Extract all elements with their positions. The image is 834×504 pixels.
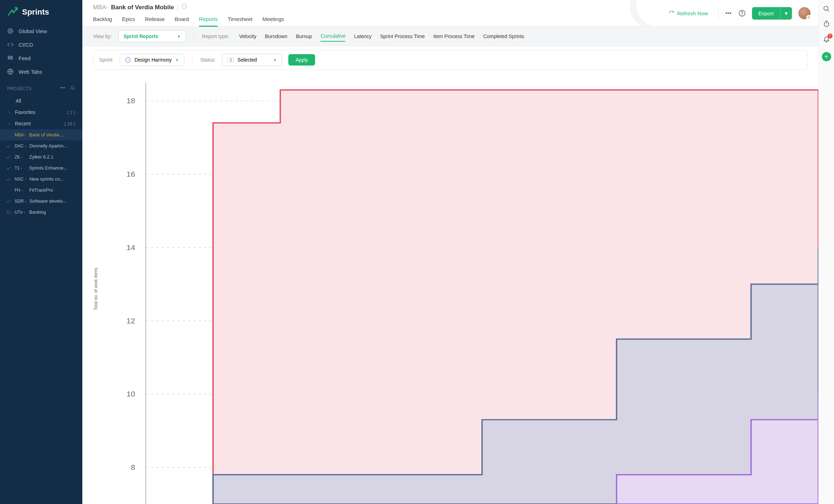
export-caret-icon[interactable]: ▾ <box>780 7 792 20</box>
svg-text:12: 12 <box>127 317 135 325</box>
svg-text:10: 10 <box>127 390 135 398</box>
filter-recent[interactable]: Recent ( 18 ) <box>0 118 82 129</box>
viewby-select[interactable]: Sprint Reports▼ <box>118 30 186 42</box>
app-logo[interactable]: Sprints <box>0 0 82 24</box>
target-icon <box>7 28 14 34</box>
projects-header: PROJECTS ••• <box>0 78 82 95</box>
filter-favorites[interactable]: Favorites ( 2 ) <box>0 106 82 118</box>
project-type-icon <box>6 177 11 182</box>
more-icon[interactable]: ••• <box>725 10 732 17</box>
code-icon <box>7 41 14 48</box>
rail-add-button[interactable]: + <box>822 52 831 61</box>
project-item[interactable]: T1 -Sprints Enhance... <box>0 162 82 173</box>
svg-rect-7 <box>7 211 11 213</box>
tab-reports[interactable]: Reports <box>199 14 218 26</box>
project-type-icon <box>6 133 11 137</box>
nav-ci-cd[interactable]: CI/CD <box>0 38 82 51</box>
tab-release[interactable]: Release <box>145 14 165 26</box>
report-type-velocity[interactable]: Velocity <box>239 31 256 41</box>
info-icon[interactable] <box>181 4 187 11</box>
globe-icon <box>7 68 14 75</box>
tab-backlog[interactable]: Backlog <box>93 14 112 26</box>
rail-search-icon[interactable] <box>823 5 830 13</box>
main-tabs: BacklogEpicsReleaseBoardReportsTimesheet… <box>93 14 640 26</box>
sprint-select[interactable]: Design Harmony ▼ <box>120 54 184 66</box>
report-type-burndown[interactable]: Burndown <box>265 31 287 41</box>
project-type-icon <box>6 166 11 171</box>
svg-text:14: 14 <box>127 243 135 251</box>
project-item[interactable]: SDR -Software develo... <box>0 196 82 207</box>
report-type-latency[interactable]: Latency <box>354 31 371 41</box>
tab-epics[interactable]: Epics <box>122 14 135 26</box>
chevron-right-icon <box>7 110 11 114</box>
svg-line-6 <box>73 89 75 90</box>
filter-all[interactable]: All <box>0 95 82 106</box>
project-type-icon <box>6 144 11 149</box>
svg-line-28 <box>827 10 829 12</box>
report-type-completed-sprints[interactable]: Completed Sprints <box>483 31 524 41</box>
rail-timer-icon[interactable] <box>823 20 830 28</box>
svg-text:18: 18 <box>127 97 135 105</box>
project-item[interactable]: FH -FitTrackPro <box>0 185 82 196</box>
avatar[interactable]: ⚙ <box>798 7 810 19</box>
project-type-icon <box>6 155 11 160</box>
project-item[interactable]: MBA-Bank of Verdia ... <box>0 129 82 140</box>
sprints-logo-icon <box>7 6 19 18</box>
feed-icon <box>7 55 14 61</box>
cumulative-chart: Total no. of work items 81012141618 <box>93 73 818 504</box>
tab-meetings[interactable]: Meetings <box>262 14 284 26</box>
svg-rect-3 <box>8 58 12 59</box>
help-icon[interactable] <box>738 10 746 17</box>
project-item[interactable]: DAC -Donnelly Apartm... <box>0 140 82 151</box>
main-content: MBA- Bank of Verdia Mobile | BacklogEpic… <box>82 0 818 504</box>
svg-point-0 <box>8 28 13 33</box>
breadcrumb: MBA- Bank of Verdia Mobile | <box>93 4 640 11</box>
svg-rect-2 <box>8 56 12 57</box>
svg-point-13 <box>742 15 742 15</box>
sprint-icon <box>125 57 131 63</box>
project-item[interactable]: Z6 -Zylker 6.2.1 <box>0 151 82 162</box>
topbar: MBA- Bank of Verdia Mobile | BacklogEpic… <box>82 0 818 27</box>
y-axis-label: Total no. of work items <box>93 268 98 310</box>
export-button[interactable]: Export ▾ <box>752 7 792 20</box>
refresh-button[interactable]: Refresh Now <box>665 10 712 16</box>
svg-text:16: 16 <box>127 170 135 178</box>
svg-point-5 <box>71 86 74 89</box>
status-select[interactable]: 3 Selected ▼ <box>222 54 282 66</box>
project-type-icon <box>6 210 11 215</box>
svg-point-27 <box>824 6 828 11</box>
nav-feed[interactable]: Feed <box>0 51 82 65</box>
svg-point-29 <box>824 22 829 26</box>
settings-gear-icon[interactable]: ⚙ <box>806 15 811 20</box>
viewby-bar: View by: Sprint Reports▼ Report type: Ve… <box>82 27 818 46</box>
rail-notifications-icon[interactable]: 7 <box>823 35 830 43</box>
project-type-icon <box>6 188 11 193</box>
app-name: Sprints <box>22 7 49 17</box>
chevron-down-icon <box>7 121 11 126</box>
filter-bar: Sprint: Design Harmony ▼ Status: 3 Selec… <box>93 50 808 70</box>
report-type-cumulative[interactable]: Cumulative <box>320 31 345 42</box>
nav-web-tabs[interactable]: Web Tabs <box>0 65 82 78</box>
right-rail: 7 + <box>818 0 834 504</box>
notif-badge: 7 <box>828 33 833 38</box>
report-type-sprint-process-time[interactable]: Sprint Process Time <box>380 31 424 41</box>
svg-text:8: 8 <box>131 463 135 472</box>
tab-timesheet[interactable]: Timesheet <box>228 14 252 26</box>
project-item[interactable]: UTv -Banking <box>0 207 82 218</box>
sidebar: Sprints Global ViewCI/CDFeedWeb Tabs PRO… <box>0 0 82 504</box>
project-type-icon <box>6 199 11 204</box>
tab-board[interactable]: Board <box>175 14 189 26</box>
projects-more-icon[interactable]: ••• <box>60 85 65 92</box>
apply-button[interactable]: Apply <box>288 54 315 66</box>
report-type-burnup[interactable]: Burnup <box>296 31 312 41</box>
report-type-item-process-time[interactable]: Item Process Time <box>433 31 475 41</box>
svg-point-1 <box>9 30 11 32</box>
nav-global-view[interactable]: Global View <box>0 24 82 38</box>
refresh-icon <box>669 10 674 16</box>
project-item[interactable]: NSC -New sprints co... <box>0 173 82 185</box>
projects-search-icon[interactable] <box>70 85 75 92</box>
